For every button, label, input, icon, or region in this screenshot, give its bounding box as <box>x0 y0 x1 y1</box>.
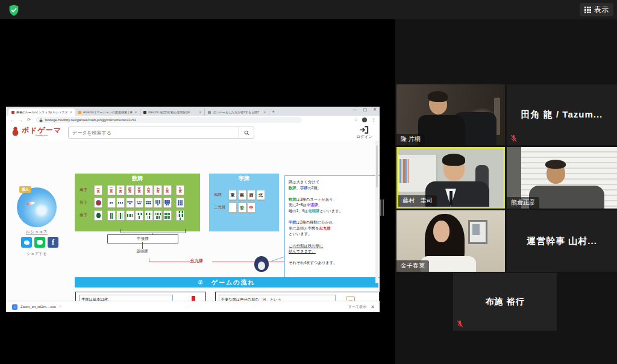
new-tab-button[interactable]: + <box>272 108 275 116</box>
download-caret-icon[interactable]: ⌃ <box>59 305 61 309</box>
page-scrollbar[interactable] <box>375 140 378 283</box>
participant-tile-yamamura[interactable]: 運営幹事 山村... <box>507 210 617 272</box>
mahjong-tile <box>145 210 153 221</box>
profile-type-badge: 個人 <box>19 186 31 193</box>
browser-tab[interactable]: ポンチーもした方が得?すると聞?✕ <box>205 108 269 116</box>
mahjong-tile <box>135 198 143 208</box>
roto-stem <box>142 242 143 249</box>
mahjong-tile <box>126 198 134 208</box>
mahjong-tile: 九萬 <box>176 185 184 195</box>
share-buttons: f <box>21 237 58 248</box>
line-icon[interactable] <box>34 237 45 248</box>
shared-screen-area: 麻雀のルール/インスト by ルシュエス✕Amazon | マージャンの図鑑検索… <box>0 19 395 364</box>
mahjong-tile <box>107 210 116 221</box>
back-icon[interactable]: ← <box>10 118 14 122</box>
mic-muted-icon <box>456 320 464 328</box>
author-avatar[interactable] <box>17 187 57 227</box>
participant-display-name: 布施 裕行 <box>453 273 557 331</box>
yaochu-line-left <box>149 262 190 262</box>
suited-tiles-title: 数牌 <box>75 175 200 183</box>
site-logo[interactable]: ボドゲーマ -hoobby.net- <box>11 126 61 137</box>
view-button[interactable]: 表示 <box>580 3 613 16</box>
mahjong-tile <box>107 198 116 208</box>
participant-tile-fujimura-active[interactable]: 藤村 圭司 <box>396 147 505 209</box>
site-search-input[interactable] <box>69 130 239 136</box>
zoom-meeting-window: 表示 麻雀のルール/インスト by ルシュエス✕Amazon | マージャンの図… <box>0 0 617 364</box>
participant-tile-tazumi[interactable]: 田角 龍 / Tazum... <box>507 84 617 145</box>
roto-label: 老頭牌 <box>124 249 160 254</box>
browser-tab[interactable]: Navi Do 見習!役!初心者同好(仲✕ <box>140 108 205 116</box>
participant-tile-kaneko[interactable]: 金子春菜 <box>396 210 505 272</box>
panel-resize-handle[interactable] <box>380 199 385 216</box>
site-search-box <box>68 127 254 139</box>
login-label: ログイン <box>356 134 372 140</box>
honor-tiles-title: 字牌 <box>209 175 279 183</box>
mahjong-tile <box>94 210 102 221</box>
mahjong-tile <box>135 210 143 221</box>
close-button[interactable]: ✕ <box>373 107 377 112</box>
mahjong-tile: 五萬 <box>135 185 143 195</box>
twitter-icon[interactable] <box>21 237 32 248</box>
facebook-icon[interactable]: f <box>48 237 58 248</box>
bubble-tail <box>271 256 285 261</box>
downloaded-file-icon: ↓ <box>12 304 17 310</box>
chrome-browser-window: 麻雀のルール/インスト by ルシュエス✕Amazon | マージャンの図鑑検索… <box>6 107 380 312</box>
participant-tile-katagiri[interactable]: 隆 片桐 <box>396 84 505 145</box>
bodogema-logo-icon <box>11 126 20 137</box>
browser-toolbar: ← → ⟳ bodoge.hoobby.net/games/mah-jongg/… <box>6 116 380 125</box>
downloaded-file-name[interactable]: Zoom_cn_tsl2m....exe <box>20 305 56 309</box>
chuchan-label-box: 中張牌 <box>107 234 178 243</box>
login-arrow-icon <box>360 126 369 134</box>
forward-icon[interactable]: → <box>19 118 23 122</box>
mahjong-tile <box>154 210 162 221</box>
mahjong-tile <box>145 198 153 208</box>
participant-name-label: 金子春菜 <box>396 260 429 272</box>
participant-tile-fuse[interactable]: 布施 裕行 <box>453 273 557 331</box>
mahjong-tile <box>176 198 184 208</box>
maximize-button[interactable]: ▢ <box>363 107 368 112</box>
share-label: シェアする <box>17 251 57 257</box>
browser-tab[interactable]: 麻雀のルール/インスト by ルシュエス✕ <box>8 108 75 116</box>
window-controls: — ▢ ✕ <box>353 107 377 112</box>
mahjong-tile <box>154 198 162 208</box>
explanation-bubble: 牌は大きく分けて数牌、字牌の2種。 数牌は3種のスートがあり、更に2~8は中張牌… <box>284 175 380 278</box>
honor-row-label: 三元牌 <box>214 205 228 210</box>
meeting-topbar: 表示 <box>0 0 617 19</box>
login-button[interactable]: ログイン <box>356 126 372 140</box>
search-submit-button[interactable] <box>239 127 254 138</box>
minimize-button[interactable]: — <box>353 107 357 112</box>
menu-dots-icon[interactable]: ⋮ <box>371 118 375 122</box>
mahjong-tile <box>176 210 184 221</box>
mahjong-tile: 北 <box>257 190 265 200</box>
lock-icon <box>39 118 43 122</box>
mic-muted-icon <box>510 134 518 142</box>
show-all-downloads-button[interactable]: すべて表示 <box>345 303 369 311</box>
mahjong-tile <box>126 210 134 221</box>
profile-avatar-icon[interactable] <box>362 118 367 122</box>
address-bar[interactable]: bodoge.hoobby.net/games/mah-jongg/instru… <box>36 117 302 123</box>
download-bar: ↓ Zoom_cn_tsl2m....exe ⌃ すべて表示 ✕ <box>6 301 380 312</box>
suit-row-label: 筒子 <box>80 200 94 206</box>
browser-tab[interactable]: Amazon | マージャンの図鑑検索 | 麻✕ <box>75 108 140 116</box>
mahjong-tile <box>116 198 125 208</box>
chuchan-bracket <box>121 229 186 233</box>
koi-fish-graphic <box>27 201 36 206</box>
mahjong-tile: 一萬 <box>94 185 102 195</box>
view-button-label: 表示 <box>594 5 609 15</box>
mahjong-tile: 西 <box>247 190 255 200</box>
author-name-link[interactable]: ルシュエス <box>17 229 57 235</box>
security-shield-icon[interactable] <box>7 4 20 17</box>
participant-tile-kumakura[interactable]: 熊倉正彦 <box>507 147 617 209</box>
refresh-icon[interactable]: ⟳ <box>27 118 31 122</box>
close-download-bar-icon[interactable]: ✕ <box>371 304 375 310</box>
site-header: ボドゲーマ -hoobby.net- <box>6 124 380 141</box>
url-text: bodoge.hoobby.net/games/mah-jongg/instru… <box>45 118 136 122</box>
mahjong-tile: 八萬 <box>163 185 172 195</box>
site-logo-subtext: -hoobby.net- <box>22 134 61 137</box>
mahjong-tile <box>163 210 172 221</box>
bookmark-star-icon[interactable]: ☆ <box>354 118 358 122</box>
mahjong-tile <box>116 210 125 221</box>
participant-display-name: 田角 龍 / Tazum... <box>507 84 617 145</box>
mahjong-tile: 七萬 <box>154 185 162 195</box>
mahjong-tile: 六萬 <box>145 185 153 195</box>
